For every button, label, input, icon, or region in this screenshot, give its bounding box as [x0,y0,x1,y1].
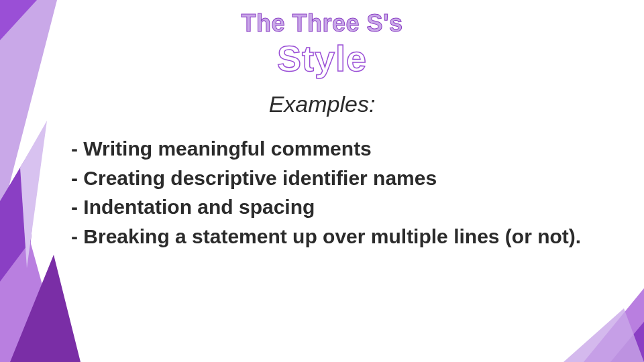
svg-marker-5 [10,255,80,362]
list-item: - Indentation and spacing [67,192,617,222]
bullet-list: - Writing meaningful comments - Creating… [67,134,617,251]
svg-marker-9 [564,308,644,362]
svg-marker-3 [0,134,40,362]
slide-subtitle: Style [0,38,644,79]
svg-marker-4 [0,241,64,362]
list-item: - Breaking a statement up over multiple … [67,222,617,251]
list-item: - Creating descriptive identifier names [67,164,617,193]
svg-marker-7 [584,288,644,362]
slide: The Three S's Style Examples: - Writing … [0,0,644,362]
svg-marker-6 [20,121,47,268]
svg-marker-8 [610,322,644,362]
list-item: - Writing meaningful comments [67,134,617,164]
examples-heading: Examples: [0,91,644,117]
slide-title: The Three S's [0,9,644,38]
